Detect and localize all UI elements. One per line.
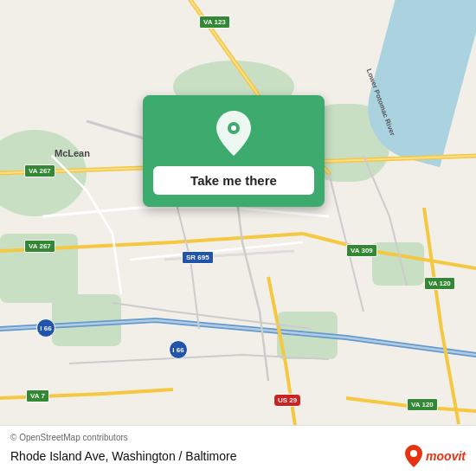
i66-bottom-shield: I 66 xyxy=(169,340,188,359)
popup-icon-area xyxy=(209,109,258,158)
svg-point-1 xyxy=(231,125,236,131)
bottom-bar: © OpenStreetMap contributors Rhode Islan… xyxy=(0,425,476,476)
va309-shield: VA 309 xyxy=(346,244,377,257)
us29-shield: US 29 xyxy=(273,394,301,407)
location-bar: Rhode Island Ave, Washington / Baltimore… xyxy=(10,445,466,467)
green-area-bottom-left xyxy=(52,294,121,346)
moovit-logo: moovit xyxy=(404,445,466,467)
take-me-there-button[interactable]: Take me there xyxy=(153,166,314,195)
sr695-shield: SR 695 xyxy=(182,251,214,264)
svg-point-2 xyxy=(410,450,417,457)
location-pin-icon xyxy=(215,111,253,156)
copyright-text: © OpenStreetMap contributors xyxy=(10,433,466,442)
moovit-pin-icon xyxy=(404,445,423,467)
va267-mid-shield: VA 267 xyxy=(24,240,55,253)
location-name-text: Rhode Island Ave, Washington / Baltimore xyxy=(10,449,236,463)
va123-shield: VA 123 xyxy=(199,16,230,29)
va120-bottom-shield: VA 120 xyxy=(407,398,438,411)
moovit-text: moovit xyxy=(426,449,466,463)
va120-right-shield: VA 120 xyxy=(424,277,455,290)
va7-shield: VA 7 xyxy=(26,389,49,402)
mclean-label: McLean xyxy=(52,147,93,159)
i66-left-shield: I 66 xyxy=(36,318,55,338)
popup-card: Take me there xyxy=(143,95,325,207)
va267-top-shield: VA 267 xyxy=(24,164,55,177)
green-area-far-right xyxy=(372,242,424,286)
green-area-bottom-right xyxy=(277,312,338,359)
map-container: VA 123 VA 267 VA 267 SR 695 VA 309 VA 12… xyxy=(0,0,476,476)
